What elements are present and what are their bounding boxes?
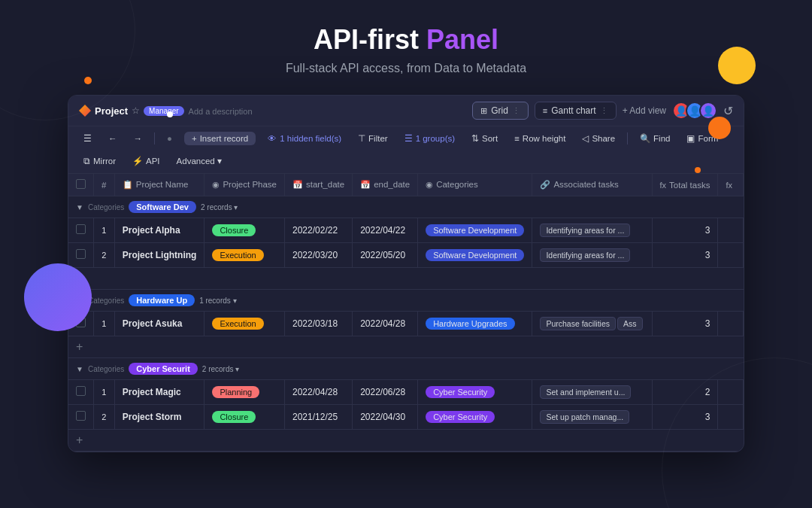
table-row[interactable]: 1 Project Asuka Execution 2022/03/18 202… xyxy=(68,312,744,336)
row-number: 2 xyxy=(94,243,115,268)
row-checkbox-cell[interactable] xyxy=(68,380,94,405)
start-date-col-icon: 📅 xyxy=(292,180,303,189)
row-project-name[interactable]: Project Magic xyxy=(114,380,205,405)
row-tasks: Identifying areas for ... xyxy=(532,243,652,268)
row-project-name[interactable]: Project Lightning xyxy=(114,243,205,268)
filter-button[interactable]: ⊤ Filter xyxy=(353,131,392,146)
row-checkbox-cell[interactable] xyxy=(68,243,94,268)
table-row[interactable]: 1 Project Alpha Closure 2022/02/22 2022/… xyxy=(68,218,744,243)
row-checkbox-cell[interactable] xyxy=(68,405,94,430)
table-row[interactable]: 1 Project Magic Planning 2022/04/28 2022… xyxy=(68,380,744,405)
row-project-name[interactable]: Project Storm xyxy=(114,405,205,430)
row-project-phase[interactable]: Closure xyxy=(205,218,285,243)
title-purple: Panel xyxy=(426,24,498,55)
row-project-phase[interactable]: Closure xyxy=(205,405,285,430)
row-project-phase[interactable]: Execution xyxy=(205,243,285,268)
categories-col-icon: ◉ xyxy=(426,180,433,189)
col-categories[interactable]: ◉Categories xyxy=(418,174,532,196)
col-total-tasks[interactable]: fxTotal tasks xyxy=(652,174,718,196)
star-icon[interactable]: ☆ xyxy=(132,105,140,116)
group-chevron-icon[interactable]: ▼ xyxy=(76,297,83,305)
records-count: 2 records ▾ xyxy=(202,365,239,373)
col-project-name[interactable]: 📋Project Name xyxy=(114,174,205,196)
filter-icon: ⊤ xyxy=(358,133,365,144)
col-start-date[interactable]: 📅start_date xyxy=(285,174,353,196)
menu-icon-btn[interactable]: ☰ xyxy=(79,131,96,146)
row-extra xyxy=(718,218,744,243)
table-row[interactable]: 2 Project Lightning Execution 2022/03/20… xyxy=(68,243,744,268)
row-category[interactable]: Cyber Security xyxy=(418,405,532,430)
task-chip: Set and implement u... xyxy=(540,385,631,399)
grid-icon: ⊞ xyxy=(480,106,487,116)
add-row[interactable]: + xyxy=(68,268,744,290)
add-row[interactable]: + xyxy=(68,336,744,358)
row-project-phase[interactable]: Planning xyxy=(205,380,285,405)
row-category[interactable]: Hardware Upgrades xyxy=(418,312,532,336)
row-project-phase[interactable]: Execution xyxy=(205,312,285,336)
group-row[interactable]: ▼ Categories Software Dev 2 records ▾ xyxy=(68,196,744,218)
insert-record-button[interactable]: + Insert record xyxy=(184,132,256,145)
row-checkbox-cell[interactable] xyxy=(68,218,94,243)
group-row[interactable]: ▼ Categories Cyber Securit 2 records ▾ xyxy=(68,358,744,380)
mirror-button[interactable]: ⧉ Mirror xyxy=(79,154,120,169)
forward-button[interactable]: → xyxy=(129,132,147,145)
hidden-fields-button[interactable]: 👁 1 hidden field(s) xyxy=(263,132,346,145)
records-count: 2 records ▾ xyxy=(201,203,238,211)
api-button[interactable]: ⚡ API xyxy=(128,154,165,169)
task-chip: Identifying areas for ... xyxy=(540,224,630,237)
row-checkbox[interactable] xyxy=(76,318,86,327)
row-project-name[interactable]: Project Asuka xyxy=(114,312,205,336)
add-row-cell[interactable]: + xyxy=(68,430,744,452)
toolbar-sep-2 xyxy=(627,132,628,144)
extra-fx-icon: fx xyxy=(726,181,732,190)
add-description-link[interactable]: Add a description xyxy=(189,107,253,116)
col-extra-fx[interactable]: fx xyxy=(718,174,744,196)
row-checkbox[interactable] xyxy=(76,249,86,259)
table-row[interactable]: 2 Project Storm Closure 2021/12/25 2022/… xyxy=(68,405,744,430)
row-project-name[interactable]: Project Alpha xyxy=(114,218,205,243)
select-all-checkbox[interactable] xyxy=(76,179,86,189)
row-category[interactable]: Software Development xyxy=(418,218,532,243)
page-header: API-first Panel Full-stack API access, f… xyxy=(0,0,812,87)
row-category[interactable]: Cyber Security xyxy=(418,380,532,405)
group-header-cell: ▼ Categories Software Dev 2 records ▾ xyxy=(68,196,744,218)
hidden-fields-label: 1 hidden field(s) xyxy=(280,134,341,143)
filter-label: Filter xyxy=(368,134,388,143)
col-checkbox[interactable] xyxy=(68,174,94,196)
add-row-cell[interactable]: + xyxy=(68,268,744,290)
advanced-button[interactable]: Advanced ▾ xyxy=(172,154,226,169)
task-chip: Identifying areas for ... xyxy=(540,248,630,262)
row-checkbox[interactable] xyxy=(76,386,86,396)
tab-grid[interactable]: ⊞ Grid ⋮ xyxy=(472,102,529,120)
col-num: # xyxy=(94,174,115,196)
row-height-button[interactable]: ≡ Row height xyxy=(510,132,570,145)
tab-gantt[interactable]: ≡ Gantt chart ⋮ xyxy=(535,102,617,120)
sort-button[interactable]: ⇅ Sort xyxy=(467,131,502,146)
group-tag: Hardware Up xyxy=(129,294,195,306)
group-chevron-icon[interactable]: ▼ xyxy=(76,203,83,211)
col-project-phase[interactable]: ◉Project Phase xyxy=(205,174,285,196)
row-checkbox[interactable] xyxy=(76,411,86,421)
group-row[interactable]: ▼ Categories Hardware Up 1 records ▾ xyxy=(68,290,744,312)
col-associated-tasks[interactable]: 🔗Associated tasks xyxy=(532,174,652,196)
row-category[interactable]: Software Development xyxy=(418,243,532,268)
col-end-date[interactable]: 📅end_date xyxy=(353,174,418,196)
add-view-button[interactable]: + Add view xyxy=(623,105,666,116)
row-checkbox[interactable] xyxy=(76,224,86,234)
row-tasks: Set and implement u... xyxy=(532,380,652,405)
row-total-tasks: 3 xyxy=(652,218,718,243)
find-button[interactable]: 🔍 Find xyxy=(635,131,674,146)
tab-grid-label: Grid xyxy=(491,105,508,116)
refresh-button[interactable]: ↺ xyxy=(723,104,733,118)
share-button[interactable]: ◁ Share xyxy=(577,131,620,146)
row-extra xyxy=(718,243,744,268)
add-row-cell[interactable]: + xyxy=(68,336,744,358)
form-button[interactable]: ▣ Form xyxy=(682,131,723,146)
data-grid: # 📋Project Name ◉Project Phase 📅start_da… xyxy=(68,174,744,452)
row-checkbox-cell[interactable] xyxy=(68,312,94,336)
back-button[interactable]: ← xyxy=(104,132,122,145)
group-chevron-icon[interactable]: ▼ xyxy=(76,365,83,373)
add-row[interactable]: + xyxy=(68,430,744,452)
row-height-icon: ≡ xyxy=(514,134,520,143)
group-button[interactable]: ☰ 1 group(s) xyxy=(400,131,459,146)
